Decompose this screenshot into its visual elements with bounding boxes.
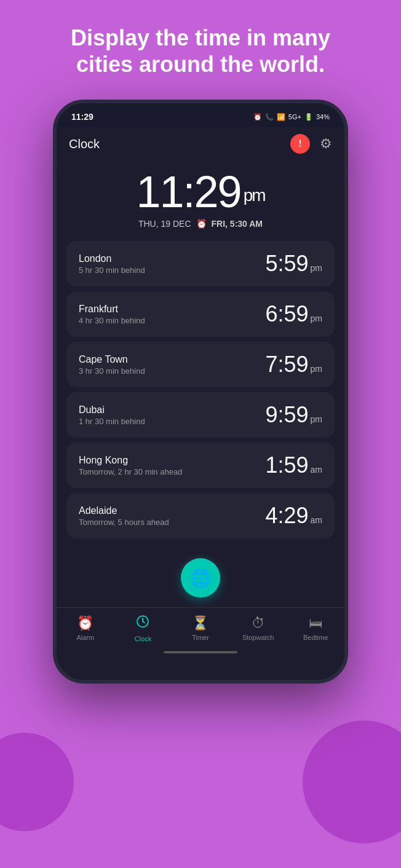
city-info-london: London 5 hr 30 min behind xyxy=(79,253,145,275)
city-ampm-frankfurt: pm xyxy=(311,314,322,323)
city-name-frankfurt: Frankfurt xyxy=(79,304,145,315)
date-value: THU, 19 DEC xyxy=(138,219,191,229)
city-info-dubai: Dubai 1 hr 30 min behind xyxy=(79,404,145,426)
city-offset-dubai: 1 hr 30 min behind xyxy=(79,417,145,426)
city-name-adelaide: Adelaide xyxy=(79,505,169,516)
nav-item-alarm[interactable]: ⏰ Alarm xyxy=(67,615,104,641)
main-time-value: 11:29 xyxy=(136,167,240,216)
add-city-fab[interactable]: 🌐 xyxy=(181,558,220,598)
clock-nav-label: Clock xyxy=(135,635,152,642)
nav-item-clock[interactable]: Clock xyxy=(124,614,161,642)
city-item-london[interactable]: London 5 hr 30 min behind 5:59 pm xyxy=(66,241,335,286)
city-info-adelaide: Adelaide Tomorrow, 5 hours ahead xyxy=(79,505,169,527)
alarm-nav-label: Alarm xyxy=(76,634,94,641)
app-header: Clock ! ⚙ xyxy=(57,127,344,164)
call-icon: 📞 xyxy=(265,113,274,121)
city-item-frankfurt[interactable]: Frankfurt 4 hr 30 min behind 6:59 pm xyxy=(66,291,335,337)
city-time-value-london: 5:59 xyxy=(265,251,308,277)
background-blob-left xyxy=(0,733,74,831)
city-offset-hongkong: Tomorrow, 2 hr 30 min ahead xyxy=(79,467,182,476)
city-time-value-adelaide: 4:29 xyxy=(265,503,308,529)
main-ampm: pm xyxy=(244,186,265,205)
battery-percent: 34% xyxy=(316,113,330,120)
wifi-icon: 📶 xyxy=(277,113,285,121)
city-time-value-dubai: 9:59 xyxy=(265,402,308,428)
city-info-hongkong: Hong Kong Tomorrow, 2 hr 30 min ahead xyxy=(79,455,182,476)
city-offset-frankfurt: 4 hr 30 min behind xyxy=(79,316,145,325)
alarm-time: FRI, 5:30 AM xyxy=(212,219,263,229)
home-indicator xyxy=(57,646,344,661)
city-time-adelaide: 4:29 am xyxy=(265,503,322,529)
signal-label: 5G+ xyxy=(288,113,301,120)
globe-icon: 🌐 xyxy=(190,568,212,588)
alarm-clock-icon: ⏰ xyxy=(196,219,207,229)
city-list: London 5 hr 30 min behind 5:59 pm Frankf… xyxy=(57,234,344,546)
app-content: Clock ! ⚙ 11:29pm THU, 19 DEC ⏰ FRI, 5:3… xyxy=(57,127,344,680)
nav-item-stopwatch[interactable]: ⏱ Stopwatch xyxy=(240,615,277,641)
alarm-nav-icon: ⏰ xyxy=(77,615,93,631)
main-date: THU, 19 DEC ⏰ FRI, 5:30 AM xyxy=(57,219,344,229)
city-name-dubai: Dubai xyxy=(79,404,145,416)
fab-container: 🌐 xyxy=(57,546,344,607)
city-time-hongkong: 1:59 am xyxy=(265,452,322,478)
city-ampm-london: pm xyxy=(311,263,322,273)
alert-button[interactable]: ! xyxy=(290,134,310,154)
main-clock: 11:29pm THU, 19 DEC ⏰ FRI, 5:30 AM xyxy=(57,164,344,234)
settings-button[interactable]: ⚙ xyxy=(320,136,332,152)
city-time-value-hongkong: 1:59 xyxy=(265,452,308,478)
city-time-value-capetown: 7:59 xyxy=(265,352,308,377)
headline: Display the time in many cities around t… xyxy=(46,25,355,77)
nav-item-bedtime[interactable]: 🛏 Bedtime xyxy=(297,615,334,641)
stopwatch-nav-icon: ⏱ xyxy=(252,615,265,631)
city-info-capetown: Cape Town 3 hr 30 min behind xyxy=(79,354,145,376)
phone-frame: 11:29 ⏰ 📞 📶 5G+ 🔋 34% Clock ! ⚙ 11:29pm … xyxy=(53,100,348,684)
city-offset-adelaide: Tomorrow, 5 hours ahead xyxy=(79,518,169,527)
timer-nav-icon: ⏳ xyxy=(192,615,208,631)
nav-item-timer[interactable]: ⏳ Timer xyxy=(182,615,219,641)
city-ampm-hongkong: am xyxy=(311,465,322,475)
clock-nav-icon xyxy=(135,614,150,633)
app-title: Clock xyxy=(69,137,100,151)
city-time-capetown: 7:59 pm xyxy=(265,352,322,377)
status-bar: 11:29 ⏰ 📞 📶 5G+ 🔋 34% xyxy=(57,103,344,127)
city-time-value-frankfurt: 6:59 xyxy=(265,301,308,327)
city-ampm-capetown: pm xyxy=(311,364,322,374)
city-offset-capetown: 3 hr 30 min behind xyxy=(79,366,145,376)
main-time-display: 11:29pm xyxy=(57,170,344,214)
city-item-hongkong[interactable]: Hong Kong Tomorrow, 2 hr 30 min ahead 1:… xyxy=(66,443,335,488)
status-time: 11:29 xyxy=(71,112,93,122)
city-offset-london: 5 hr 30 min behind xyxy=(79,266,145,275)
bottom-nav: ⏰ Alarm Clock ⏳ Timer ⏱ Stopwa xyxy=(57,607,344,646)
alarm-status-icon: ⏰ xyxy=(253,113,262,121)
city-name-london: London xyxy=(79,253,145,264)
status-right: ⏰ 📞 📶 5G+ 🔋 34% xyxy=(253,113,330,121)
city-time-london: 5:59 pm xyxy=(265,251,322,277)
city-item-adelaide[interactable]: Adelaide Tomorrow, 5 hours ahead 4:29 am xyxy=(66,493,335,539)
timer-nav-label: Timer xyxy=(192,634,209,641)
city-time-frankfurt: 6:59 pm xyxy=(265,301,322,327)
city-info-frankfurt: Frankfurt 4 hr 30 min behind xyxy=(79,304,145,325)
city-ampm-dubai: pm xyxy=(311,414,322,424)
city-ampm-adelaide: am xyxy=(311,515,322,525)
home-bar xyxy=(164,651,237,653)
battery-icon: 🔋 xyxy=(304,113,313,121)
stopwatch-nav-label: Stopwatch xyxy=(242,634,274,641)
header-icons: ! ⚙ xyxy=(290,134,332,154)
city-time-dubai: 9:59 pm xyxy=(265,402,322,428)
bedtime-nav-label: Bedtime xyxy=(303,634,328,641)
background-blob-right xyxy=(303,720,401,843)
city-name-capetown: Cape Town xyxy=(79,354,145,365)
city-item-capetown[interactable]: Cape Town 3 hr 30 min behind 7:59 pm xyxy=(66,342,335,387)
city-name-hongkong: Hong Kong xyxy=(79,455,182,466)
city-item-dubai[interactable]: Dubai 1 hr 30 min behind 9:59 pm xyxy=(66,392,335,438)
bedtime-nav-icon: 🛏 xyxy=(309,615,322,631)
